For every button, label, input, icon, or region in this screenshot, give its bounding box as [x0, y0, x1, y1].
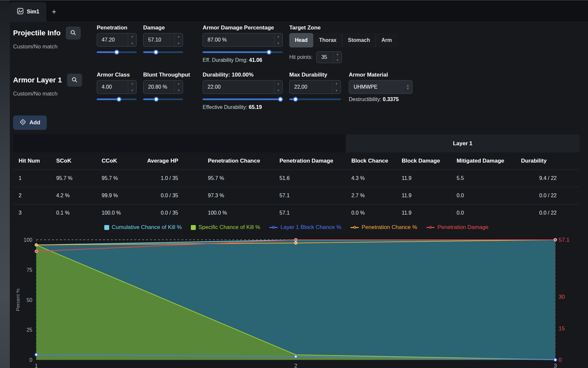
slider-thumb[interactable]	[154, 97, 159, 102]
table-cell: 2	[13, 193, 51, 199]
tab-title: Sim1	[27, 9, 39, 15]
legend-item-4[interactable]: Penetration Damage	[426, 224, 488, 231]
spinner-up-icon[interactable]: ∧	[332, 80, 341, 87]
spinner-down-icon[interactable]: ∨	[128, 87, 136, 94]
spinner-up-icon[interactable]: ∧	[274, 33, 282, 40]
header-cell: SCoK	[51, 158, 96, 164]
armor-material-value: UHMWPE	[354, 84, 378, 90]
blunt-throughput-input[interactable]: 20.80 % ∧ ∨	[143, 80, 183, 94]
slider-thumb[interactable]	[267, 50, 272, 55]
hit-points-input[interactable]: 35 ∧ ∨	[316, 51, 342, 63]
armor-material-label: Armor Material	[349, 72, 588, 78]
armor-class-input[interactable]: 4.00 ∧ ∨	[97, 80, 137, 94]
slider-thumb[interactable]	[154, 50, 159, 55]
armor-layer-title: Armor Layer 1	[13, 76, 62, 84]
table-cell: 3	[13, 210, 51, 216]
table-cell: 99.9 %	[96, 193, 147, 199]
durability-value: 22.00	[208, 84, 221, 90]
target-zone-arm[interactable]: Arm	[376, 33, 397, 47]
table-row: 2 4.2 % 99.9 % 0.0 / 35 97.3 % 57.1 2.7 …	[13, 187, 580, 204]
spinner-down-icon[interactable]: ∨	[332, 87, 341, 94]
max-durability-field: Max Durability 22,00 ∧ ∨	[289, 72, 349, 102]
slider-thumb[interactable]	[117, 97, 122, 102]
blunt-throughput-field: Blunt Throughput 20.80 % ∧ ∨	[143, 72, 203, 102]
add-button-label: Add	[29, 119, 40, 126]
spinner-up-icon[interactable]: ∧	[175, 33, 183, 40]
armor-damage-input[interactable]: 87.00 % ∧ ∨	[203, 33, 283, 47]
table-cell: 11.9	[396, 210, 451, 216]
table-cell: 97.3 %	[202, 193, 274, 199]
armor-class-slider[interactable]	[97, 96, 137, 102]
main-content: Projectile Info Custom/No match Penetrat…	[10, 22, 588, 368]
table-cell: 5.5	[451, 175, 515, 181]
durability-slider[interactable]	[203, 96, 283, 102]
spinner-down-icon[interactable]: ∨	[274, 40, 282, 46]
table-cell: 0.1 %	[51, 210, 96, 216]
damage-input[interactable]: 57.10 ∧ ∨	[143, 33, 183, 47]
table-cell: 0.0 / 35	[147, 193, 202, 199]
table-cell: 2.7 %	[346, 193, 396, 199]
destructibility-note: Destructibility: 0.3375	[349, 96, 588, 102]
svg-text:2: 2	[294, 363, 297, 368]
damage-slider[interactable]	[143, 49, 183, 55]
spinner-up-icon[interactable]: ∧	[333, 52, 342, 57]
tab-sim1[interactable]: Sim1	[10, 2, 46, 22]
projectile-search-button[interactable]	[66, 26, 81, 40]
legend-item-1[interactable]: Specific Chance of Kill %	[191, 224, 260, 231]
window-edge	[0, 0, 10, 368]
target-zone-stomach[interactable]: Stomach	[342, 33, 376, 47]
spinner-down-icon[interactable]: ∨	[175, 87, 183, 94]
chart-plot[interactable]: 02550751000153057.1123Percent %	[13, 231, 580, 368]
legend-item-2[interactable]: Layer 1 Block Chance %	[269, 224, 341, 231]
table-group-row: Layer 1	[13, 134, 580, 152]
armor-search-button[interactable]	[67, 74, 82, 87]
blunt-throughput-slider[interactable]	[143, 96, 183, 102]
armor-layer-row: Armor Layer 1 Custom/No match Armor Clas…	[13, 72, 588, 110]
slider-thumb[interactable]	[114, 50, 119, 55]
penetration-field: Penetration 47.20 ∧ ∨	[97, 25, 143, 55]
legend-label: Cumulative Chance of Kill %	[112, 224, 182, 231]
max-durability-slider[interactable]	[289, 96, 341, 102]
durability-spinner: ∧ ∨	[274, 80, 282, 94]
projectile-row: Projectile Info Custom/No match Penetrat…	[13, 25, 588, 63]
table-header-row: Hit Num SCoK CCoK Average HP Penetration…	[13, 152, 580, 169]
armor-class-label: Armor Class	[97, 72, 143, 78]
blunt-spinner: ∧ ∨	[174, 80, 183, 94]
legend-item-3[interactable]: Penetration Chance %	[350, 224, 417, 231]
spinner-down-icon[interactable]: ∨	[175, 40, 183, 46]
legend-dot-icon	[429, 226, 432, 229]
table-cell: 0.0 / 22	[515, 210, 580, 216]
penetration-input[interactable]: 47.20 ∧ ∨	[97, 33, 137, 47]
legend-label: Layer 1 Block Chance %	[280, 224, 341, 231]
spinner-down-icon[interactable]: ∨	[274, 87, 282, 94]
header-cell: Mitigated Damage	[451, 158, 515, 164]
penetration-slider[interactable]	[97, 49, 137, 55]
spinner-up-icon[interactable]: ∧	[128, 33, 136, 40]
spinner-up-icon[interactable]: ∧	[175, 80, 183, 87]
max-durability-input[interactable]: 22,00 ∧ ∨	[289, 80, 341, 94]
damage-field: Damage 57.10 ∧ ∨	[143, 25, 203, 55]
spinner-down-icon[interactable]: ∨	[128, 40, 136, 46]
max-durability-label: Max Durability	[289, 72, 349, 78]
target-zone-thorax[interactable]: Thorax	[313, 33, 342, 47]
new-tab-button[interactable]: +	[46, 2, 61, 22]
table-cell: 4.3 %	[346, 175, 396, 181]
spinner-up-icon[interactable]: ∧	[128, 80, 136, 87]
slider-thumb[interactable]	[278, 97, 283, 102]
armor-damage-value: 87.00 %	[208, 37, 227, 43]
armor-material-select[interactable]: UHMWPE ∧∨	[349, 80, 412, 94]
target-zone-head[interactable]: Head	[289, 33, 313, 47]
add-layer-button[interactable]: Add	[13, 115, 47, 130]
search-icon	[70, 30, 76, 37]
table-cell: 95.7 %	[96, 175, 147, 181]
legend-item-0[interactable]: Cumulative Chance of Kill %	[104, 224, 182, 231]
durability-input[interactable]: 22.00 ∧ ∨	[203, 80, 283, 94]
armor-damage-slider[interactable]	[203, 49, 283, 55]
spinner-up-icon[interactable]: ∧	[274, 80, 282, 87]
table-row: 3 0.1 % 100.0 % 0.0 / 35 100.0 % 57.1 0.…	[13, 204, 580, 221]
spinner-down-icon[interactable]: ∨	[333, 57, 342, 63]
header-cell: Hit Num	[13, 158, 51, 164]
slider-thumb[interactable]	[293, 97, 298, 102]
max-durability-spinner: ∧ ∨	[332, 80, 341, 94]
svg-text:0: 0	[559, 357, 562, 363]
